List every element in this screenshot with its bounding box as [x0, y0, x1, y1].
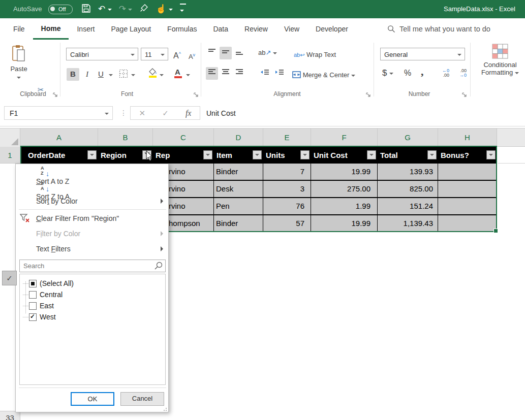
cell-bonus[interactable]: [438, 198, 497, 214]
clipboard-dialog-launcher[interactable]: [52, 90, 58, 96]
align-right-button[interactable]: [233, 67, 245, 80]
cell-item[interactable]: Binder: [214, 215, 263, 232]
merge-center-button[interactable]: Merge & Center: [292, 71, 355, 79]
cell-total[interactable]: 825.00: [378, 181, 438, 197]
cancel-button[interactable]: Cancel: [120, 392, 164, 406]
checkbox[interactable]: [29, 313, 37, 321]
insert-function-button[interactable]: fx: [186, 109, 192, 118]
tab-developer[interactable]: Developer: [307, 18, 356, 40]
cell-unit-cost[interactable]: 19.99: [311, 164, 378, 180]
table-header-bonus[interactable]: Bonus?: [438, 147, 497, 164]
font-size-combo[interactable]: 11: [141, 48, 168, 60]
italic-button[interactable]: I: [81, 68, 94, 81]
orientation-button[interactable]: ab↗: [258, 49, 277, 56]
table-header-total[interactable]: Total: [378, 147, 438, 164]
filter-option-select-all[interactable]: (Select All): [20, 278, 165, 289]
cell-bonus[interactable]: [438, 181, 497, 197]
confirm-entry-button[interactable]: ✓: [162, 109, 169, 118]
tab-review[interactable]: Review: [236, 18, 276, 40]
filter-dropdown-button[interactable]: [253, 150, 262, 159]
table-header-item[interactable]: Item: [214, 147, 263, 164]
decrease-font-size-button[interactable]: Av: [186, 49, 198, 61]
tab-file[interactable]: File: [5, 18, 33, 40]
filter-option-west[interactable]: West: [20, 312, 165, 323]
tab-insert[interactable]: Insert: [69, 18, 103, 40]
cell-units[interactable]: 3: [263, 181, 311, 197]
number-format-combo[interactable]: General: [380, 48, 465, 60]
tab-view[interactable]: View: [276, 18, 307, 40]
comma-style-button[interactable]: ,: [421, 65, 424, 78]
table-header-rep[interactable]: Rep: [153, 147, 214, 164]
cell-units[interactable]: 57: [263, 215, 311, 232]
paste-button[interactable]: Paste: [7, 45, 30, 82]
filter-option-east[interactable]: East: [20, 301, 165, 312]
resize-grip[interactable]: [163, 407, 167, 411]
cell-bonus[interactable]: [438, 215, 497, 232]
cell-item[interactable]: Pen: [214, 198, 263, 214]
menu-item-sort-z-to-a[interactable]: ZA↓ Sort Z to A: [16, 179, 168, 193]
number-dialog-launcher[interactable]: [461, 90, 468, 96]
cell-unit-cost[interactable]: 275.00: [311, 181, 378, 197]
select-all-corner[interactable]: [0, 128, 20, 147]
tab-data[interactable]: Data: [205, 18, 236, 40]
cell-bonus[interactable]: [438, 164, 497, 180]
fill-color-dropdown[interactable]: [160, 74, 164, 76]
tell-me-box[interactable]: Tell me what you want to do: [387, 18, 490, 40]
accounting-format-button[interactable]: $: [382, 68, 393, 78]
font-color-dropdown[interactable]: [186, 74, 190, 76]
filter-option-central[interactable]: Central: [20, 289, 165, 301]
column-header-c[interactable]: C: [153, 128, 214, 147]
underline-dropdown[interactable]: [109, 74, 113, 76]
cell-total[interactable]: 151.24: [378, 198, 438, 214]
checkbox[interactable]: [29, 291, 37, 299]
percent-style-button[interactable]: %: [404, 69, 411, 78]
decrease-decimal-button[interactable]: .00→0: [453, 69, 467, 78]
borders-button[interactable]: [119, 69, 128, 80]
decrease-indent-button[interactable]: [258, 67, 271, 80]
font-name-combo[interactable]: Calibri: [66, 48, 138, 60]
touch-mouse-mode-button[interactable]: ☝: [156, 3, 173, 16]
align-left-button[interactable]: [206, 67, 218, 80]
menu-item-sort-by-color[interactable]: Sort by Color: [16, 194, 168, 208]
cell-unit-cost[interactable]: 1.99: [311, 198, 378, 214]
filter-dropdown-button[interactable]: [367, 150, 376, 159]
undo-button[interactable]: ↶: [98, 3, 112, 16]
column-header-e[interactable]: E: [263, 128, 311, 147]
tab-formulas[interactable]: Formulas: [159, 18, 205, 40]
name-box[interactable]: F1: [4, 106, 113, 120]
tab-page-layout[interactable]: Page Layout: [103, 18, 159, 40]
format-painter-qat-button[interactable]: [139, 4, 148, 15]
column-header-a[interactable]: A: [20, 128, 98, 147]
cell-total[interactable]: 139.93: [378, 164, 438, 180]
conditional-formatting-button[interactable]: Conditional Formatting: [477, 44, 523, 76]
floating-check-button[interactable]: ✓: [2, 271, 17, 285]
menu-item-sort-a-to-z[interactable]: AZ↓ Sort A to Z: [16, 164, 168, 178]
formula-content[interactable]: Unit Cost: [206, 109, 236, 117]
align-bottom-button[interactable]: [233, 47, 245, 59]
cell-units[interactable]: 7: [263, 164, 311, 180]
alignment-dialog-launcher[interactable]: [365, 90, 372, 96]
underline-button[interactable]: U: [95, 68, 107, 81]
cancel-entry-button[interactable]: ✕: [139, 109, 146, 118]
filter-dropdown-button[interactable]: [427, 150, 437, 159]
cell-item[interactable]: Desk: [214, 181, 263, 197]
customize-qat-button[interactable]: [180, 4, 186, 15]
cell-units[interactable]: 76: [263, 198, 311, 214]
align-center-button[interactable]: [220, 67, 232, 80]
filter-dropdown-button[interactable]: [203, 150, 212, 159]
column-header-d[interactable]: D: [214, 128, 263, 147]
table-header-units[interactable]: Units: [263, 147, 311, 164]
ok-button[interactable]: OK: [71, 392, 114, 406]
fill-color-button[interactable]: [148, 68, 158, 77]
column-header-h[interactable]: H: [438, 128, 497, 147]
increase-decimal-button[interactable]: ←0.00: [436, 69, 449, 78]
menu-item-clear-filter[interactable]: Clear Filter From "Region": [16, 211, 168, 225]
filter-dropdown-button[interactable]: [87, 150, 97, 159]
increase-font-size-button[interactable]: A^: [171, 48, 183, 60]
checkbox[interactable]: [29, 302, 37, 310]
tab-home[interactable]: Home: [33, 18, 69, 40]
table-header-orderdate[interactable]: OrderDate: [20, 147, 98, 164]
menu-item-text-filters[interactable]: Text Filters: [16, 242, 168, 256]
filter-search-input[interactable]: [19, 260, 166, 272]
increase-indent-button[interactable]: [273, 67, 286, 80]
